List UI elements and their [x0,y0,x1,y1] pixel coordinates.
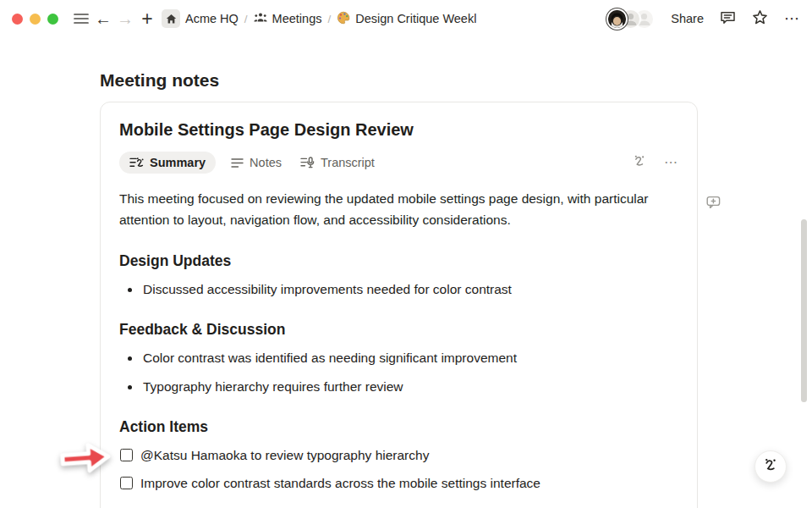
card-more-button[interactable]: ⋯ [664,156,678,169]
list-item: Color contrast was identified as needing… [119,349,678,367]
scrollbar-thumb[interactable] [801,219,807,402]
breadcrumb-item-meetings[interactable]: Meetings [254,12,322,26]
bullet-text: Color contrast was identified as needing… [143,349,517,367]
list-item: Typography hierarchy requires further re… [119,378,678,396]
ai-face-icon [763,457,779,477]
comment-bubble-icon [720,10,736,28]
breadcrumb-label: Acme HQ [185,12,239,25]
share-button[interactable]: Share [671,12,704,25]
todo-item: Improve color contrast standards across … [119,474,678,492]
section-heading-feedback: Feedback & Discussion [119,321,678,339]
meeting-tabs: Summary Notes Transcript ⋯ [119,152,678,174]
topbar-actions: Share ⋯ [606,8,800,30]
sidebar-toggle-button[interactable] [70,8,92,30]
tab-notes[interactable]: Notes [228,152,285,174]
breadcrumb-label: Meetings [272,12,322,25]
summary-paragraph: This meeting focused on reviewing the up… [119,188,678,230]
ellipsis-icon: ⋯ [784,11,800,26]
bullet-icon [128,356,132,361]
traffic-lights [12,14,58,25]
breadcrumb-item-page[interactable]: Design Critique Weekl [337,11,476,27]
close-window-button[interactable] [12,14,23,25]
viewer-avatars[interactable] [606,8,655,30]
lines-sparkle-icon [129,157,144,169]
section-heading-action-items: Action Items [119,418,678,436]
list-item: Discussed accessibility improvements nee… [119,280,678,299]
breadcrumb: Acme HQ / Meetings / Design Critique Wee… [162,9,476,28]
more-options-button[interactable]: ⋯ [784,11,800,26]
bullet-icon [128,385,132,389]
forward-button[interactable]: → [114,8,136,30]
todo-text: @Katsu Hamaoka to review typography hier… [140,446,429,464]
avatar [606,8,628,30]
bullet-icon [128,288,132,292]
forward-arrow-icon: → [117,10,134,27]
breadcrumb-separator: / [244,13,248,25]
lines-mic-icon [300,157,315,169]
comment-plus-icon [706,197,721,212]
bullet-text: Discussed accessibility improvements nee… [143,280,512,299]
zoom-window-button[interactable] [47,14,58,25]
tab-label: Summary [150,156,206,169]
tab-label: Transcript [321,156,375,169]
comments-button[interactable] [720,10,736,28]
ai-assistant-fab[interactable] [754,450,787,483]
breadcrumb-item-workspace[interactable]: Acme HQ [162,9,239,28]
checkbox-unchecked[interactable] [120,477,133,489]
back-arrow-icon: ← [95,10,112,27]
section-heading-design-updates: Design Updates [119,252,678,270]
meeting-title: Mobile Settings Page Design Review [119,120,678,140]
home-icon [162,9,180,28]
favorite-button[interactable] [752,9,768,29]
todo-text: Improve color contrast standards across … [140,474,540,492]
breadcrumb-label: Design Critique Weekl [355,12,476,25]
add-comment-button[interactable] [706,196,721,213]
back-button[interactable]: ← [92,8,114,30]
hamburger-icon [74,13,89,25]
new-page-button[interactable]: + [136,8,158,30]
star-icon [752,9,768,29]
plus-icon: + [141,9,152,29]
tab-transcript[interactable]: Transcript [297,152,378,174]
palette-icon [337,11,350,27]
minimize-window-button[interactable] [30,14,41,25]
page-title: Meeting notes [100,70,219,91]
bullet-text: Typography hierarchy requires further re… [143,378,403,396]
todo-item: @Katsu Hamaoka to review typography hier… [119,446,678,464]
meeting-card: Mobile Settings Page Design Review Summa… [100,102,698,508]
tab-summary[interactable]: Summary [119,152,216,174]
tab-label: Notes [250,156,282,169]
lines-icon [231,157,244,168]
window-toolbar: ← → + Acme HQ / Meetings / Design Critiq… [0,0,812,37]
ai-assistant-button[interactable] [633,154,647,172]
breadcrumb-separator: / [327,13,331,25]
checkbox-unchecked[interactable] [120,449,133,461]
people-icon [254,12,267,26]
tab-actions: ⋯ [633,154,678,172]
